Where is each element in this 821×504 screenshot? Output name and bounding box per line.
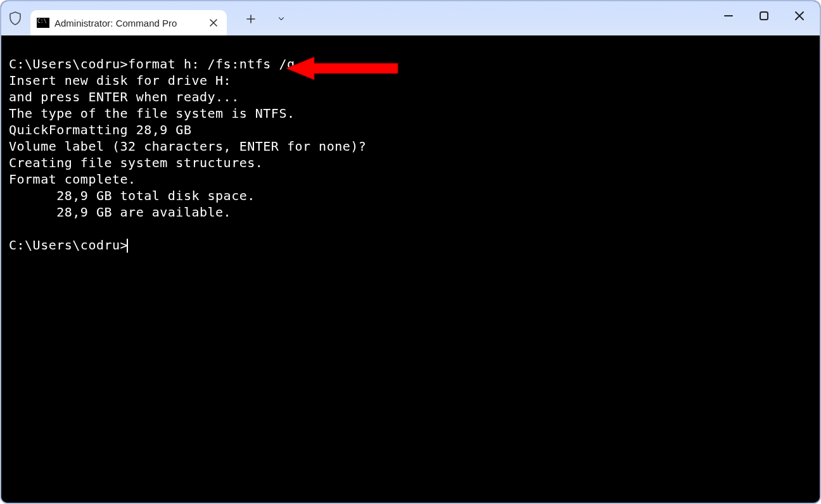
tab-controls bbox=[245, 13, 288, 25]
maximize-button[interactable] bbox=[746, 2, 782, 30]
minimize-button[interactable] bbox=[711, 2, 746, 30]
terminal-line: Volume label (32 characters, ENTER for n… bbox=[9, 139, 366, 154]
tab-dropdown-button[interactable] bbox=[275, 13, 288, 25]
terminal-output[interactable]: C:\Users\codru>format h: /fs:ntfs /q Ins… bbox=[1, 35, 820, 503]
arrow-annotation-icon bbox=[286, 53, 400, 84]
svg-marker-2 bbox=[286, 57, 398, 80]
close-button[interactable] bbox=[782, 2, 817, 30]
terminal-line: QuickFormatting 28,9 GB bbox=[9, 122, 191, 137]
terminal-line: and press ENTER when ready... bbox=[9, 89, 239, 104]
terminal-line: Insert new disk for drive H: bbox=[9, 73, 231, 88]
active-tab[interactable]: Administrator: Command Pro bbox=[30, 10, 227, 35]
tab-title: Administrator: Command Pro bbox=[54, 18, 201, 28]
svg-rect-1 bbox=[760, 12, 768, 20]
svg-rect-0 bbox=[724, 15, 733, 16]
new-tab-button[interactable] bbox=[245, 13, 257, 25]
window-controls bbox=[711, 1, 817, 30]
tab-close-button[interactable] bbox=[207, 16, 220, 30]
terminal-prompt: C:\Users\codru> bbox=[9, 237, 128, 253]
terminal-line: C:\Users\codru>format h: /fs:ntfs /q bbox=[9, 56, 295, 72]
terminal-line: Creating file system structures. bbox=[9, 155, 263, 170]
terminal-line: Format complete. bbox=[9, 172, 136, 187]
titlebar: Administrator: Command Pro bbox=[1, 1, 820, 35]
cmd-icon bbox=[37, 18, 49, 28]
terminal-line: 28,9 GB total disk space. bbox=[9, 188, 255, 203]
terminal-line: The type of the file system is NTFS. bbox=[9, 106, 295, 121]
terminal-line: 28,9 GB are available. bbox=[9, 205, 231, 220]
shield-icon bbox=[6, 9, 24, 27]
terminal-window: Administrator: Command Pro bbox=[0, 0, 821, 504]
cursor bbox=[127, 239, 128, 253]
